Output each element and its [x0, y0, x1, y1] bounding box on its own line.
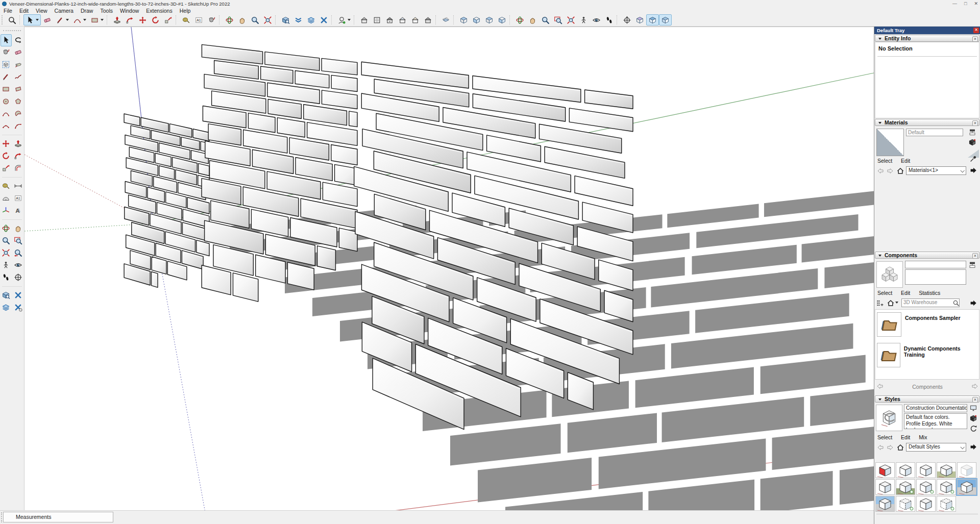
entity-info-close-icon[interactable]: ✕ — [972, 36, 978, 42]
look-around-tool-button[interactable] — [13, 259, 24, 271]
home-icon[interactable] — [896, 443, 904, 452]
line-button[interactable] — [54, 14, 71, 26]
search-icon[interactable] — [952, 299, 960, 307]
lasso-tool-button[interactable] — [13, 34, 24, 46]
follow-me-tool-button[interactable] — [13, 150, 24, 162]
menu-draw[interactable]: Draw — [77, 8, 97, 14]
style-thumbnail-6[interactable] — [875, 479, 895, 495]
push-pull-tool-button[interactable] — [13, 138, 24, 150]
component-description-field[interactable] — [905, 269, 966, 285]
entity-info-header[interactable]: Entity Info ✕ — [875, 35, 979, 42]
cross-settings-tool-button[interactable] — [13, 302, 24, 314]
material-preview[interactable] — [876, 129, 904, 156]
get-models-tool-button[interactable] — [1, 289, 12, 302]
zoom-window-button[interactable] — [552, 14, 565, 26]
styles-close-icon[interactable]: ✕ — [972, 397, 978, 403]
palette-grip[interactable] — [3, 30, 21, 32]
maximize-button[interactable]: □ — [964, 1, 967, 6]
move-button[interactable] — [136, 14, 149, 26]
style-name-field[interactable]: Construction Documentation Sty — [904, 404, 967, 412]
dimension-tool-button[interactable] — [13, 180, 24, 192]
circle-tool-button[interactable] — [1, 95, 12, 108]
tab-select[interactable]: Select — [877, 434, 892, 440]
dropdown-arrow-icon[interactable] — [348, 19, 351, 21]
menu-help[interactable]: Help — [176, 8, 194, 14]
back-arrow-icon[interactable] — [876, 167, 885, 175]
style-thumbnail-7[interactable] — [896, 479, 915, 495]
minimize-button[interactable]: — — [952, 1, 957, 6]
viewport-3d[interactable] — [24, 27, 874, 510]
dropdown-arrow-icon[interactable] — [36, 19, 39, 21]
orbit-button[interactable] — [513, 14, 526, 26]
menu-camera[interactable]: Camera — [51, 8, 77, 14]
style-thumbnail-14[interactable] — [937, 496, 956, 512]
rectangle-tool-button[interactable] — [1, 83, 12, 95]
orbit-tool-button[interactable] — [1, 222, 12, 235]
previous-view-button[interactable] — [292, 14, 305, 26]
style-description-field[interactable]: Default face colors. Profile Edges. Whit… — [904, 413, 967, 429]
select-button[interactable] — [23, 14, 41, 26]
collapse-triangle-icon[interactable] — [878, 398, 881, 401]
monochrome-button[interactable] — [659, 14, 672, 26]
zoom-extents-button[interactable] — [261, 14, 274, 26]
layers-tool-tool-button[interactable] — [1, 302, 12, 314]
warehouse-search-input[interactable]: 3D Warehouse — [901, 298, 960, 307]
paint-bucket-button[interactable] — [205, 14, 218, 26]
position-camera-button[interactable] — [577, 14, 590, 26]
details-arrow-icon[interactable] — [969, 299, 977, 307]
zoom-tool-button[interactable] — [1, 235, 12, 247]
tab-select[interactable]: Select — [877, 158, 892, 164]
menu-view[interactable]: View — [32, 8, 51, 14]
position-camera-tool-button[interactable] — [1, 259, 12, 271]
zoom-button[interactable] — [249, 14, 261, 26]
monitor-icon[interactable] — [969, 404, 977, 412]
measurements-box[interactable]: Measurements — [3, 512, 113, 522]
line-tool-button[interactable] — [1, 71, 12, 83]
details-arrow-icon[interactable] — [969, 443, 977, 451]
look-around-button[interactable] — [590, 14, 603, 26]
material-name-field[interactable]: Default — [906, 129, 963, 136]
arcs-button[interactable] — [71, 14, 88, 26]
tag-tool-button[interactable] — [13, 59, 24, 71]
view-options-icon[interactable] — [876, 299, 884, 307]
dropdown-arrow-icon[interactable] — [83, 19, 86, 21]
tab-statistics[interactable]: Statistics — [919, 290, 940, 296]
tape-measure-tool-button[interactable] — [1, 180, 12, 192]
materials-collection-dropdown[interactable]: Materials<1> — [906, 166, 966, 175]
axes-button[interactable] — [621, 14, 633, 26]
style-thumbnail-3[interactable] — [916, 462, 936, 478]
view-left-button[interactable] — [409, 14, 422, 26]
scale-button[interactable] — [162, 14, 175, 26]
three-point-arc-tool-button[interactable] — [13, 120, 24, 132]
refresh-icon[interactable] — [969, 425, 977, 433]
component-name-field[interactable] — [905, 261, 966, 268]
tab-edit[interactable]: Edit — [901, 158, 910, 164]
list-item[interactable]: Components Sampler — [877, 312, 961, 337]
view-iso-button[interactable] — [358, 14, 371, 26]
styles-header[interactable]: Styles ✕ — [875, 395, 979, 403]
make-component-tool-button[interactable] — [1, 59, 12, 71]
close-button[interactable]: ✕ — [974, 1, 978, 6]
materials-header[interactable]: Materials ✕ — [875, 119, 979, 126]
secondary-pane-icon[interactable] — [968, 128, 976, 136]
scale-tool-button[interactable] — [1, 162, 12, 174]
walk-button[interactable] — [603, 14, 616, 26]
rotated-rectangle-tool-button[interactable] — [13, 83, 24, 95]
list-item[interactable]: Dynamic Components Training — [877, 343, 979, 367]
menu-edit[interactable]: Edit — [16, 8, 32, 14]
cross-tool-button[interactable] — [317, 14, 330, 26]
arc-tool-button[interactable] — [1, 108, 12, 120]
eyedropper-icon[interactable] — [969, 155, 977, 163]
eraser-tool-button[interactable] — [13, 46, 24, 59]
pan-tool-button[interactable] — [13, 222, 24, 235]
offset-tool-button[interactable] — [13, 162, 24, 174]
zoom-extents-button[interactable] — [565, 14, 577, 26]
style-thumbnail-11[interactable] — [875, 496, 895, 512]
details-arrow-icon[interactable] — [969, 166, 977, 174]
styles-collection-dropdown[interactable]: Default Styles — [906, 443, 966, 452]
dropdown-arrow-icon[interactable] — [101, 19, 104, 21]
display-section-cuts-button[interactable] — [470, 14, 483, 26]
components-header[interactable]: Components ✕ — [875, 252, 979, 259]
forward-arrow-icon[interactable] — [886, 167, 894, 175]
tab-edit[interactable]: Edit — [901, 290, 910, 296]
